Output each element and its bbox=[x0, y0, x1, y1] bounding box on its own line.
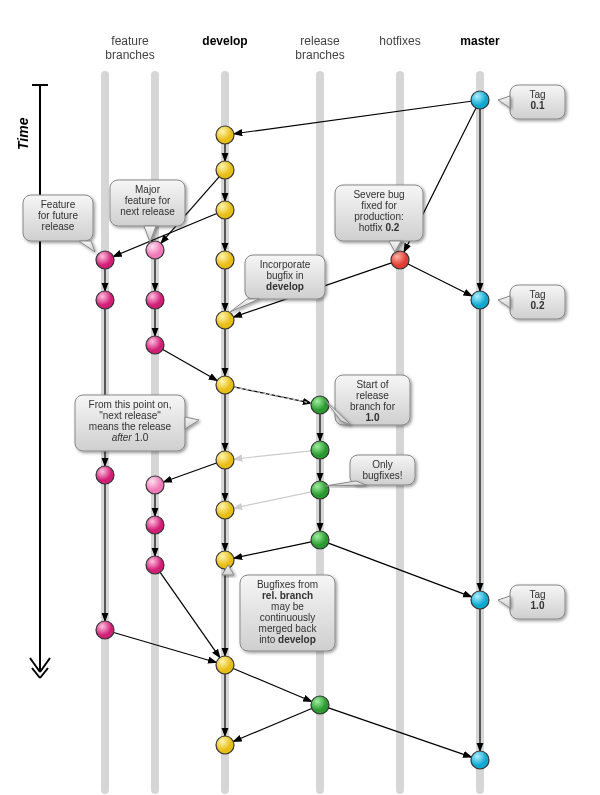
n-hotfix-line2: production: bbox=[354, 211, 403, 222]
n-nextrel-line2: means the release bbox=[89, 421, 172, 432]
commit-m0 bbox=[471, 91, 489, 109]
edge-d6-f3a bbox=[163, 463, 216, 482]
n-incorp: Incorporatebugfix indevelop bbox=[230, 255, 325, 312]
n-feat-major-line1: feature for bbox=[125, 195, 171, 206]
n-merge-back: Bugfixes fromrel. branchmay becontinuous… bbox=[222, 565, 335, 651]
commit-d4 bbox=[216, 311, 234, 329]
n-feat-major-line2: next release bbox=[120, 206, 175, 217]
n-feat-future: Featurefor futurerelease bbox=[23, 195, 95, 252]
n-feat-major-line0: Major bbox=[135, 184, 161, 195]
n-nextrel-line0: From this point on, bbox=[89, 399, 172, 410]
edge-r3-d8 bbox=[234, 542, 311, 558]
commit-f2c bbox=[96, 466, 114, 484]
edge-d9-r4 bbox=[233, 668, 311, 701]
commit-f1b bbox=[146, 291, 164, 309]
n-incorp-line1: bugfix in bbox=[266, 270, 303, 281]
commit-m3 bbox=[471, 751, 489, 769]
n-only-bug: Onlybugfixes! bbox=[325, 455, 415, 486]
n-hotfix-line1: fixed for bbox=[361, 200, 397, 211]
n-only-bug-line1: bugfixes! bbox=[362, 470, 402, 481]
commit-f2b bbox=[96, 291, 114, 309]
commit-r4 bbox=[311, 696, 329, 714]
lane-label-develop: develop bbox=[202, 34, 247, 48]
n-start-rel-line3: 1.0 bbox=[366, 412, 380, 423]
n-merge-back-line0: Bugfixes from bbox=[257, 579, 318, 590]
commit-r0 bbox=[311, 396, 329, 414]
commit-d6 bbox=[216, 451, 234, 469]
n-hotfix: Severe bugfixed forproduction:hotfix 0.2 bbox=[335, 185, 423, 252]
n-tag01: Tag0.1 bbox=[498, 85, 565, 119]
n-nextrel-line1: "next release" bbox=[99, 410, 161, 421]
commit-d3 bbox=[216, 251, 234, 269]
edge-f3c-d9 bbox=[160, 572, 220, 657]
n-incorp-line2: develop bbox=[266, 281, 304, 292]
n-merge-back-line5: into develop bbox=[259, 634, 316, 645]
commit-d8 bbox=[216, 551, 234, 569]
n-only-bug-line0: Only bbox=[372, 459, 393, 470]
commit-r3 bbox=[311, 531, 329, 549]
commit-m1 bbox=[471, 291, 489, 309]
n-nextrel: From this point on,"next release"means t… bbox=[75, 395, 199, 451]
edge-h0-m1 bbox=[408, 264, 472, 296]
edge-f1c-d5 bbox=[163, 349, 217, 380]
commit-r2 bbox=[311, 481, 329, 499]
commit-d0 bbox=[216, 126, 234, 144]
commit-f3b bbox=[146, 516, 164, 534]
lane-label-master: master bbox=[460, 34, 500, 48]
commit-d9 bbox=[216, 656, 234, 674]
n-tag02-line1: 0.2 bbox=[531, 300, 545, 311]
n-tag01-line0: Tag bbox=[529, 89, 545, 100]
n-tag10: Tag1.0 bbox=[498, 585, 565, 619]
n-feat-future-line2: release bbox=[42, 221, 75, 232]
n-tag10-line0: Tag bbox=[529, 589, 545, 600]
n-incorp-line0: Incorporate bbox=[260, 259, 311, 270]
n-tag02-line0: Tag bbox=[529, 289, 545, 300]
n-feat-future-line1: for future bbox=[38, 210, 78, 221]
commit-d5 bbox=[216, 376, 234, 394]
n-merge-back-line2: may be bbox=[271, 601, 304, 612]
edge-f2d-d9 bbox=[114, 633, 217, 663]
n-merge-back-line4: merged back bbox=[259, 623, 318, 634]
n-feat-future-line0: Feature bbox=[41, 199, 76, 210]
lane-label-release: branches bbox=[295, 48, 344, 62]
commit-d2 bbox=[216, 201, 234, 219]
edge-m0-d0 bbox=[234, 101, 471, 134]
commit-f1c bbox=[146, 336, 164, 354]
commit-f1a bbox=[146, 241, 164, 259]
commit-d1 bbox=[216, 161, 234, 179]
n-merge-back-line1: rel. branch bbox=[262, 590, 313, 601]
n-nextrel-line3: after 1.0 bbox=[112, 432, 149, 443]
commit-m2 bbox=[471, 591, 489, 609]
n-tag10-line1: 1.0 bbox=[531, 600, 545, 611]
commit-r1 bbox=[311, 441, 329, 459]
n-tag01-line1: 0.1 bbox=[531, 100, 545, 111]
commit-f2d bbox=[96, 621, 114, 639]
n-start-rel-line1: release bbox=[356, 390, 389, 401]
commit-f3a bbox=[146, 476, 164, 494]
n-feat-major: Majorfeature fornext release bbox=[110, 180, 185, 242]
n-hotfix-line3: hotfix 0.2 bbox=[359, 222, 400, 233]
commit-d10 bbox=[216, 736, 234, 754]
commit-h0 bbox=[391, 251, 409, 269]
commit-f2a bbox=[96, 251, 114, 269]
n-tag02: Tag0.2 bbox=[498, 285, 565, 319]
edge-r4-d10 bbox=[233, 708, 311, 741]
lane-label-feature2: branches bbox=[105, 48, 154, 62]
n-start-rel: Start ofreleasebranch for1.0 bbox=[325, 375, 410, 425]
lane-label-release: release bbox=[300, 34, 340, 48]
n-start-rel-line0: Start of bbox=[356, 379, 388, 390]
n-start-rel-line2: branch for bbox=[350, 401, 396, 412]
n-hotfix-line0: Severe bug bbox=[353, 189, 404, 200]
n-merge-back-line3: continuously bbox=[260, 612, 316, 623]
lane-label-feature2: feature bbox=[111, 34, 149, 48]
commit-d7 bbox=[216, 501, 234, 519]
lane-label-hotfix: hotfixes bbox=[379, 34, 420, 48]
edge-r2-d7 bbox=[234, 492, 311, 508]
commit-f3c bbox=[146, 556, 164, 574]
edge-r1-d6 bbox=[234, 451, 311, 459]
time-label: Time bbox=[15, 117, 31, 150]
